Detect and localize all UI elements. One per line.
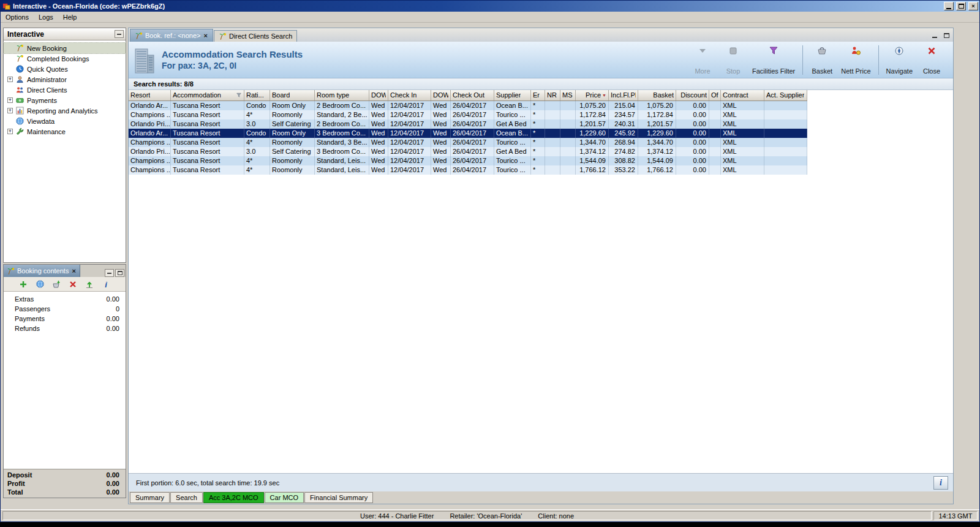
payments-icon — [16, 96, 24, 104]
bottom-tab-acc-3a-2c-mco[interactable]: Acc 3A,2C MCO — [203, 492, 264, 503]
cell-of — [709, 101, 721, 110]
column-header-supplier[interactable]: Supplier — [494, 90, 531, 100]
cell-board: Room Only — [270, 101, 315, 110]
basket-add-button[interactable] — [51, 279, 62, 290]
table-row[interactable]: Champions ...Tuscana Resort4*RoomonlySta… — [129, 165, 807, 175]
stop-icon — [728, 46, 739, 56]
booking-total-label: Total — [7, 488, 107, 496]
delete-button[interactable] — [67, 279, 78, 290]
cell-rati: 3.0 — [244, 147, 270, 156]
tab-direct-clients-search[interactable]: Direct Clients Search — [214, 30, 297, 42]
cell-price: 1,766.12 — [576, 165, 609, 175]
column-header-resort[interactable]: Resort — [129, 90, 171, 100]
palm-icon — [135, 32, 143, 40]
column-header-dow[interactable]: DOW — [369, 90, 388, 100]
sidebar-item-completed-bookings[interactable]: Completed Bookings — [4, 53, 126, 64]
sort-descending-icon: ▼ — [602, 90, 606, 100]
column-header-er[interactable]: Er — [531, 90, 545, 100]
cell-room-type: 2 Bedroom Co... — [315, 101, 369, 110]
cell-incl-fl-pp: 245.92 — [609, 129, 638, 138]
view-minimize-button[interactable] — [105, 269, 114, 277]
toolbar-basket[interactable]: Basket — [807, 44, 837, 76]
sidebar-item-administrator[interactable]: +Administrator — [4, 74, 126, 85]
table-row[interactable]: Champions ...Tuscana Resort4*RoomonlySta… — [129, 156, 807, 165]
maximize-button[interactable] — [956, 2, 966, 10]
upload-button[interactable] — [84, 279, 95, 290]
cell-board: Roomonly — [270, 156, 315, 165]
toolbar-facilities-filter[interactable]: Facilities Filter — [748, 44, 799, 76]
column-header-rati[interactable]: Rati... — [244, 90, 270, 100]
column-header-price[interactable]: Price▼ — [576, 90, 609, 100]
column-header-basket[interactable]: Basket — [638, 90, 676, 100]
cell-discount: 0.00 — [676, 138, 709, 147]
column-header-ms[interactable]: MS — [560, 90, 576, 100]
cell-check-in: 12/04/2017 — [388, 110, 431, 119]
toolbar-nett-price[interactable]: Nett Price — [837, 44, 874, 76]
column-header-check-out[interactable]: Check Out — [451, 90, 494, 100]
table-row[interactable]: Orlando Pri...Tuscana Resort3.0Self Cate… — [129, 147, 807, 156]
column-header-discount[interactable]: Discount — [676, 90, 709, 100]
cell-check-in: 12/04/2017 — [388, 119, 431, 129]
close-button[interactable]: × — [968, 2, 978, 10]
expand-icon[interactable]: + — [7, 77, 13, 82]
menu-logs[interactable]: Logs — [34, 12, 58, 22]
sidebar-item-quick-quotes[interactable]: Quick Quotes — [4, 64, 126, 74]
expand-icon[interactable]: + — [7, 129, 13, 134]
column-header-board[interactable]: Board — [270, 90, 315, 100]
table-row[interactable]: Orlando Pri...Tuscana Resort3.0Self Cate… — [129, 119, 807, 129]
close-view-icon[interactable]: × — [71, 267, 76, 275]
expand-icon[interactable]: + — [7, 97, 13, 103]
tab-book-ref-none[interactable]: Book. ref.: <none>× — [130, 29, 213, 42]
booking-contents-panel: Booking contents × i Extras0.00Passenger… — [3, 264, 126, 498]
bottom-tab-summary[interactable]: Summary — [130, 492, 170, 503]
cell-nr — [545, 165, 560, 175]
toolbar-navigate[interactable]: Navigate — [883, 44, 916, 76]
close-tab-icon[interactable]: × — [203, 32, 208, 39]
menubar: OptionsLogsHelp — [1, 12, 979, 23]
expand-icon[interactable]: + — [7, 108, 13, 113]
table-row[interactable]: Champions ...Tuscana Resort4*RoomonlySta… — [129, 110, 807, 119]
info-button[interactable]: i — [100, 279, 111, 290]
panel-maximize-button[interactable] — [941, 31, 951, 40]
toolbar-close[interactable]: Close — [916, 44, 947, 76]
cell-dow: Wed — [431, 129, 451, 138]
table-row[interactable]: Champions ...Tuscana Resort4*RoomonlySta… — [129, 138, 807, 147]
column-header-nr[interactable]: NR — [545, 90, 560, 100]
column-header-act-supplier[interactable]: Act. Supplier — [764, 90, 807, 100]
sidebar-item-reporting-and-analytics[interactable]: +Reporting and Analytics — [4, 105, 126, 116]
info-button[interactable]: i — [933, 476, 948, 490]
add-button[interactable] — [18, 279, 29, 290]
column-header-of[interactable]: Of — [709, 90, 721, 100]
booking-contents-tab[interactable]: Booking contents × — [4, 265, 80, 277]
column-header-room-type[interactable]: Room type — [315, 90, 369, 100]
minimize-button[interactable] — [944, 2, 954, 10]
sidebar-item-maintenance[interactable]: +Maintenance — [4, 126, 126, 137]
table-row[interactable]: Orlando Ar...Tuscana ResortCondoRoom Onl… — [129, 129, 807, 138]
cell-supplier: Ocean B... — [494, 101, 531, 110]
globe-button[interactable] — [34, 279, 45, 290]
statusbar-user: User: 444 - Charlie Fitter — [360, 512, 434, 520]
sidebar-item-payments[interactable]: +Payments — [4, 95, 126, 105]
menu-help[interactable]: Help — [58, 12, 82, 22]
view-maximize-button[interactable] — [115, 269, 124, 277]
workspace: Interactive New BookingCompleted Booking… — [1, 23, 979, 509]
bottom-tab-financial-summary[interactable]: Financial Summary — [304, 492, 373, 503]
column-header-accommodation[interactable]: Accommodation — [171, 90, 244, 100]
bottom-tab-search[interactable]: Search — [170, 492, 203, 503]
sidebar-item-direct-clients[interactable]: Direct Clients — [4, 85, 126, 95]
table-row[interactable]: Orlando Ar...Tuscana ResortCondoRoom Onl… — [129, 101, 807, 110]
cell-check-out: 26/04/2017 — [451, 165, 494, 175]
sidebar-item-viewdata[interactable]: Viewdata — [4, 116, 126, 126]
sidebar-collapse-button[interactable] — [115, 30, 124, 38]
menu-options[interactable]: Options — [1, 12, 34, 22]
column-header-check-in[interactable]: Check In — [388, 90, 431, 100]
column-header-dow[interactable]: DOW — [431, 90, 451, 100]
cell-rati: 3.0 — [244, 119, 270, 129]
column-header-contract[interactable]: Contract — [721, 90, 764, 100]
column-header-incl-fl-pp[interactable]: Incl.Fl.PP — [609, 90, 638, 100]
cell-check-out: 26/04/2017 — [451, 129, 494, 138]
bottom-tab-car-mco[interactable]: Car MCO — [265, 492, 304, 503]
panel-minimize-button[interactable] — [930, 31, 940, 40]
toolbar-label: Stop — [726, 67, 741, 75]
sidebar-item-new-booking[interactable]: New Booking — [4, 43, 126, 53]
